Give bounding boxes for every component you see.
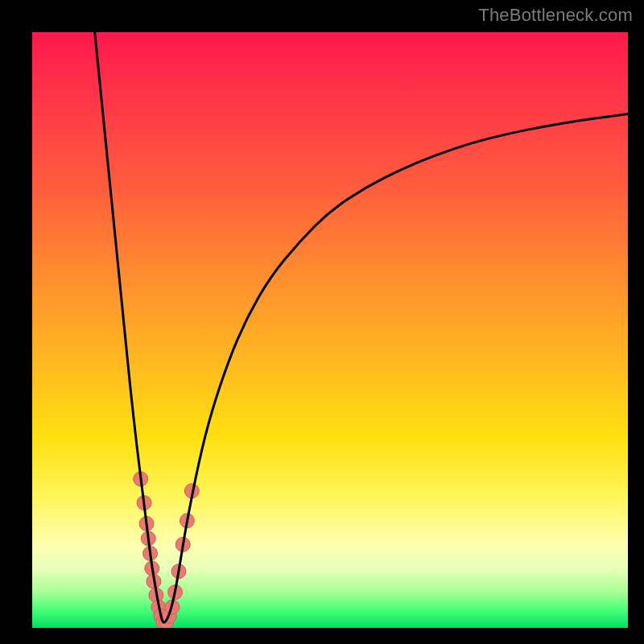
- chart-frame: TheBottleneck.com: [0, 0, 644, 644]
- watermark-text: TheBottleneck.com: [478, 5, 633, 26]
- bottleneck-curve: [95, 32, 628, 622]
- chart-svg: [32, 32, 628, 628]
- curve-layer: [95, 32, 628, 622]
- plot-area: [32, 32, 628, 628]
